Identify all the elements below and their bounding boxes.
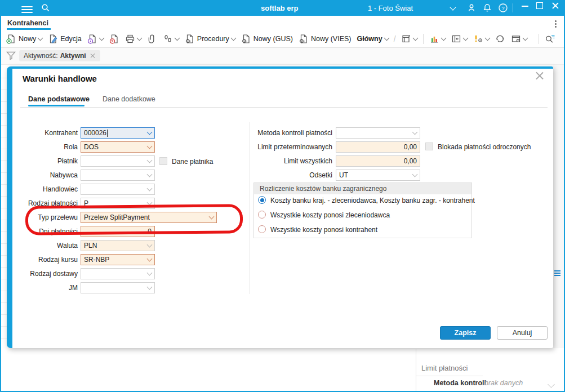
close-icon[interactable] [551, 2, 559, 10]
platnik-field[interactable] [81, 155, 155, 167]
new-button[interactable]: Nowy [3, 32, 45, 46]
radio-costs-sender[interactable] [258, 211, 266, 219]
waluta-field[interactable]: PLN [81, 240, 155, 251]
toolbar: Nowy Edycja Procedury [0, 30, 565, 48]
chevron-down-icon[interactable] [147, 172, 153, 177]
attachment-button[interactable] [144, 32, 160, 46]
metoda-kontroli-platnosci-field[interactable] [336, 127, 420, 139]
rodzaj-kursu-value: SR-NBP [84, 256, 109, 264]
rodzaj-dostawy-label: Rodzaj dostawy [17, 270, 78, 278]
rodzaj-kursu-field[interactable]: SR-NBP [81, 254, 155, 265]
view-selector[interactable]: Główny [354, 33, 391, 44]
hamburger-menu-icon[interactable] [21, 5, 33, 15]
titlebar: softlab erp 1 - Foto Świat ? [0, 0, 565, 16]
doc-info-icon [87, 34, 97, 44]
refresh-button[interactable] [492, 32, 508, 46]
chevron-down-icon[interactable] [147, 242, 153, 248]
chevron-down-icon[interactable] [147, 200, 153, 206]
alerts-settings-button[interactable] [470, 32, 492, 46]
rodzaj-platnosci-field[interactable]: P [81, 198, 155, 209]
chart-button[interactable] [426, 32, 448, 46]
layout-button[interactable] [398, 32, 420, 46]
limit-przeterminowanych-label: Limit przeterminowanych [225, 143, 332, 151]
jm-field[interactable] [81, 282, 155, 293]
window-settings-button[interactable] [508, 32, 530, 46]
groupbox-title: Rozliczenie kosztów banku zagranicznego [254, 183, 471, 194]
cancel-button[interactable]: Anuluj [497, 326, 548, 340]
maximize-icon[interactable] [536, 2, 543, 9]
minimize-icon[interactable] [522, 6, 528, 7]
handlowiec-field[interactable] [81, 184, 155, 195]
rola-label: Rola [17, 143, 78, 151]
nabywca-field[interactable] [81, 170, 155, 181]
app-title: softlab erp [261, 4, 298, 12]
user-icon[interactable] [466, 3, 477, 13]
kontrahent-field[interactable]: 000026 [81, 127, 155, 139]
radio-costs-split-label: Koszty banku kraj. - zleceniodawca, Kosz… [270, 197, 475, 204]
chevron-down-icon[interactable] [548, 381, 555, 388]
filter-chip-activity[interactable]: Aktywność: Aktywni [19, 50, 100, 61]
chevron-down-icon [384, 35, 389, 41]
company-selector[interactable]: 1 - Foto Świat [357, 4, 424, 12]
dialog-close-icon[interactable] [534, 70, 545, 81]
edit-button[interactable]: Edycja [45, 32, 84, 46]
limit-wszystkich-field[interactable]: 0,00 [336, 155, 420, 167]
dni-platnosci-value: 0 [148, 228, 152, 235]
filter-funnel-icon[interactable] [6, 51, 16, 60]
odsetki-field[interactable]: UT [336, 170, 420, 181]
blokada-platnosci-label: Blokada płatności odroczonych [438, 143, 531, 151]
waluta-label: Waluta [17, 242, 78, 250]
more-options-icon[interactable] [555, 19, 557, 29]
radio-costs-contractor[interactable] [258, 225, 266, 233]
nabywca-label: Nabywca [17, 171, 78, 179]
typ-przelewu-field[interactable]: Przelew SplitPayment [81, 212, 217, 223]
chevron-down-icon[interactable] [450, 4, 456, 10]
advanced-search-button[interactable] [542, 32, 558, 46]
view-selector-label: Główny [357, 35, 382, 43]
chevron-down-icon [412, 35, 418, 41]
chevron-down-icon[interactable] [147, 270, 153, 276]
tab-kontrahenci[interactable]: Kontrahenci [7, 19, 48, 27]
tab-dane-dodatkowe[interactable]: Dane dodatkowe [103, 95, 155, 103]
filter-chip-close-icon[interactable] [90, 53, 96, 59]
delete-button[interactable] [106, 32, 122, 46]
rola-field[interactable]: DOS [81, 141, 155, 153]
chevron-down-icon[interactable] [147, 158, 153, 163]
chevron-down-icon[interactable] [147, 186, 153, 191]
chevron-down-icon[interactable] [412, 130, 418, 135]
chevron-down-icon[interactable] [412, 172, 418, 177]
help-icon[interactable]: ? [498, 3, 508, 13]
procedures-button[interactable]: Procedury [182, 32, 238, 46]
limit-przeterminowanych-field[interactable]: 0,00 [336, 141, 420, 153]
new-vies-button[interactable]: Nowy (VIES) [296, 32, 354, 46]
footprints-icon [163, 34, 173, 44]
toolbar-separator [539, 34, 539, 44]
chevron-down-icon[interactable] [147, 144, 153, 149]
trade-terms-dialog: Warunki handlowe Dane podstawowe Dane do… [7, 66, 553, 348]
bell-icon[interactable] [482, 3, 492, 13]
dane-platnika-checkbox[interactable] [159, 157, 167, 165]
doc-gear-icon [299, 34, 309, 44]
trace-button[interactable] [160, 32, 182, 46]
rodzaj-platnosci-label: Rodzaj płatności [17, 199, 78, 207]
save-button[interactable]: Zapisz [440, 326, 491, 340]
panel-collapse-button[interactable] [448, 32, 470, 46]
refresh-icon [495, 34, 505, 44]
doc-info-button[interactable] [84, 32, 106, 46]
chevron-down-icon[interactable] [209, 214, 215, 220]
new-gus-button[interactable]: Nowy (GUS) [238, 32, 296, 46]
chevron-down-icon[interactable] [147, 256, 153, 262]
filter-chip-value: Aktywni [60, 52, 86, 60]
radio-costs-split[interactable] [258, 196, 266, 204]
tab-dane-podstawowe[interactable]: Dane podstawowe [28, 95, 90, 103]
paperclip-icon [147, 34, 157, 44]
dni-platnosci-field[interactable]: 0 [81, 226, 155, 237]
chevron-down-icon[interactable] [147, 130, 153, 135]
print-button[interactable] [122, 32, 144, 46]
panel-menu-icon[interactable] [554, 269, 560, 277]
blokada-platnosci-checkbox[interactable] [425, 142, 433, 150]
rodzaj-dostawy-field[interactable] [81, 268, 155, 279]
search-icon[interactable] [41, 3, 50, 12]
chevron-down-icon[interactable] [147, 284, 153, 290]
bar-chart-icon [429, 34, 439, 44]
